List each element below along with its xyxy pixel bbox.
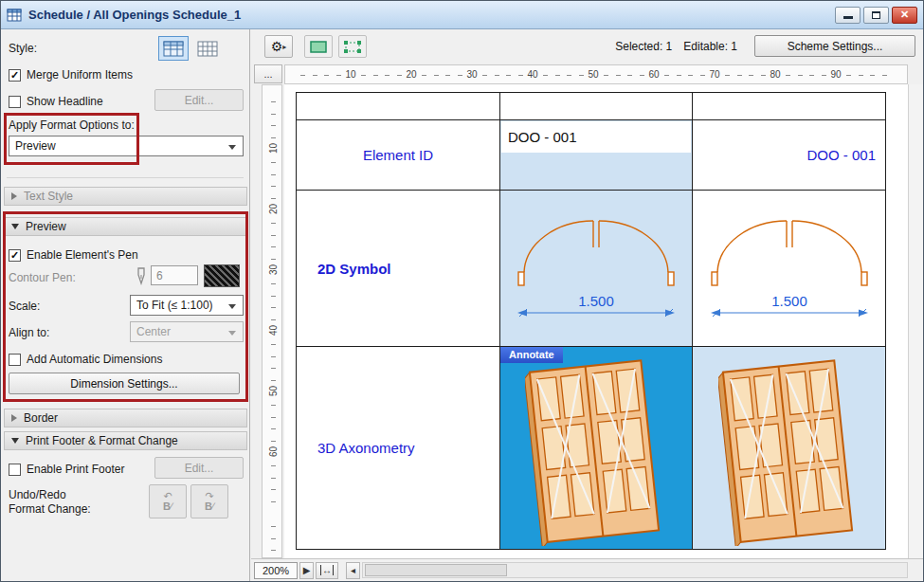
ruler-tick — [271, 501, 276, 502]
table-cell-element-id-value[interactable]: DOO - 001 — [693, 120, 886, 191]
print-footer-edit-button[interactable]: Edit... — [154, 457, 244, 479]
close-button[interactable]: ✕ — [892, 7, 917, 24]
element-id-label: Element ID — [363, 147, 433, 163]
table-cell-3d-preview-selected[interactable]: Annotate — [500, 347, 693, 550]
redo-b-icon: B∕ — [205, 501, 214, 512]
schedule-toolbar: ⚙ ▸ — [251, 29, 923, 64]
maximize-button[interactable] — [863, 7, 889, 24]
ruler-number: 50 — [588, 69, 598, 80]
ruler-tick — [445, 75, 450, 76]
vertical-ruler[interactable]: 102030405060 — [262, 84, 282, 558]
scrollbar-thumb[interactable] — [365, 564, 507, 576]
ruler-options-button[interactable]: ... — [254, 64, 282, 83]
scale-value: To Fit (≤ 1:100) — [136, 299, 213, 312]
horizontal-scrollbar[interactable] — [362, 562, 908, 578]
minimize-button[interactable] — [835, 7, 861, 24]
ruler-tick — [271, 283, 276, 284]
section-text-style[interactable]: Text Style — [4, 187, 247, 206]
table-cell-2d-symbol-label[interactable]: 2D Symbol — [297, 191, 500, 347]
marquee-selection-button[interactable] — [338, 35, 367, 58]
apply-format-select[interactable]: Preview — [9, 136, 244, 156]
table-cell[interactable] — [297, 93, 500, 120]
ruler-tick — [271, 296, 276, 297]
chevron-down-icon — [11, 224, 19, 229]
ruler-tick — [640, 75, 644, 76]
pen-weight-button[interactable] — [204, 264, 240, 287]
ruler-tick — [761, 75, 766, 76]
section-preview[interactable]: Preview — [4, 217, 247, 236]
2d-symbol-label: 2D Symbol — [317, 261, 391, 277]
titlebar[interactable]: Schedule / All Openings Schedule_1 ✕ — [1, 1, 923, 29]
scroll-left-button[interactable]: ◂ — [346, 562, 360, 579]
table-cell-2d-symbol-preview2[interactable]: 1.500 — [693, 191, 886, 347]
zoom-menu-button[interactable]: ▶ — [299, 562, 314, 579]
table-cell[interactable] — [500, 93, 693, 120]
ruler-tick — [313, 75, 317, 76]
table-cell-element-id-edit[interactable]: DOO - 001 — [500, 120, 693, 191]
ruler-tick — [907, 75, 908, 76]
dimension-settings-button[interactable]: Dimension Settings... — [9, 373, 240, 394]
show-headline-checkbox[interactable] — [9, 96, 21, 108]
vertical-scrollbar[interactable] — [908, 84, 923, 558]
auto-dimensions-checkbox[interactable] — [9, 354, 21, 366]
undo-b-icon: B∕ — [163, 501, 172, 512]
window-title: Schedule / All Openings Schedule_1 — [28, 8, 241, 22]
scheme-settings-button[interactable]: Scheme Settings... — [754, 35, 915, 57]
redo-format-button[interactable]: ↷ B∕ — [190, 484, 228, 518]
ruler-tick — [271, 223, 276, 224]
ruler-tick — [373, 75, 378, 76]
horizontal-ruler[interactable]: 102030405060708090 — [284, 64, 908, 84]
fit-width-button[interactable]: ↔ — [316, 562, 338, 579]
undo-redo-label: Undo/Redo Format Change: — [9, 488, 91, 517]
style-table-button[interactable] — [192, 36, 223, 61]
ruler-tick — [604, 75, 608, 76]
ruler-tick — [271, 235, 276, 236]
settings-gear-button[interactable]: ⚙ ▸ — [264, 35, 293, 58]
ruler-tick — [859, 75, 863, 76]
selection-info: Selected: 1 Editable: 1 — [615, 40, 737, 53]
style-grid-button[interactable] — [158, 36, 189, 61]
ruler-tick — [518, 75, 523, 76]
ruler-tick — [361, 75, 366, 76]
section-print-footer[interactable]: Print Footer & Format Change — [4, 431, 247, 450]
schedule-table-icon — [7, 8, 22, 23]
scale-select[interactable]: To Fit (≤ 1:100) — [130, 295, 244, 316]
ruler-tick — [336, 75, 341, 76]
zoom-level[interactable]: 200% — [254, 562, 298, 579]
ruler-tick — [822, 75, 826, 76]
enable-pen-checkbox[interactable]: ✓ — [9, 249, 21, 262]
table-cell-3d-label[interactable]: 3D Axonometry — [297, 347, 500, 550]
align-row: Align to: — [9, 323, 49, 342]
ruler-number: 30 — [466, 69, 477, 80]
print-footer-checkbox[interactable] — [9, 464, 21, 476]
contour-pen-input[interactable] — [151, 265, 198, 285]
headline-edit-button[interactable]: Edit... — [154, 89, 244, 111]
schedule-canvas[interactable]: Element ID DOO - 001 DOO - 001 2D Symbol — [284, 84, 908, 558]
ruler-tick — [846, 75, 851, 76]
ruler-tick — [271, 162, 276, 163]
cell-editor[interactable]: DOO - 001 — [501, 121, 691, 153]
door-2d-symbol: 1.500 — [516, 215, 677, 321]
ruler-tick — [506, 75, 511, 76]
gear-icon: ⚙ — [271, 39, 283, 54]
schedule-main-area: ⚙ ▸ — [251, 29, 923, 581]
left-arrow-icon: ◂ — [351, 565, 355, 575]
ruler-number: 60 — [268, 443, 279, 462]
ruler-number: 10 — [268, 139, 279, 158]
ruler-tick — [271, 417, 276, 418]
merge-uniform-checkbox[interactable]: ✓ — [9, 69, 21, 82]
pen-icon — [136, 266, 147, 285]
ruler-tick — [271, 526, 276, 527]
format-options-panel: Style: — [1, 29, 250, 581]
undo-format-button[interactable]: ↶ B∕ — [149, 484, 187, 518]
ruler-tick — [495, 75, 499, 76]
ruler-tick — [271, 465, 276, 466]
flyout-arrow-icon: ▸ — [282, 43, 286, 51]
table-cell-element-id-label[interactable]: Element ID — [297, 120, 500, 191]
schedule-window: Schedule / All Openings Schedule_1 ✕ Sty… — [0, 0, 924, 582]
table-cell[interactable] — [693, 93, 886, 120]
table-cell-2d-symbol-preview[interactable]: 1.500 — [500, 191, 693, 347]
table-cell-3d-preview[interactable] — [693, 347, 886, 550]
highlight-selection-button[interactable] — [304, 35, 333, 58]
section-border[interactable]: Border — [4, 409, 247, 427]
